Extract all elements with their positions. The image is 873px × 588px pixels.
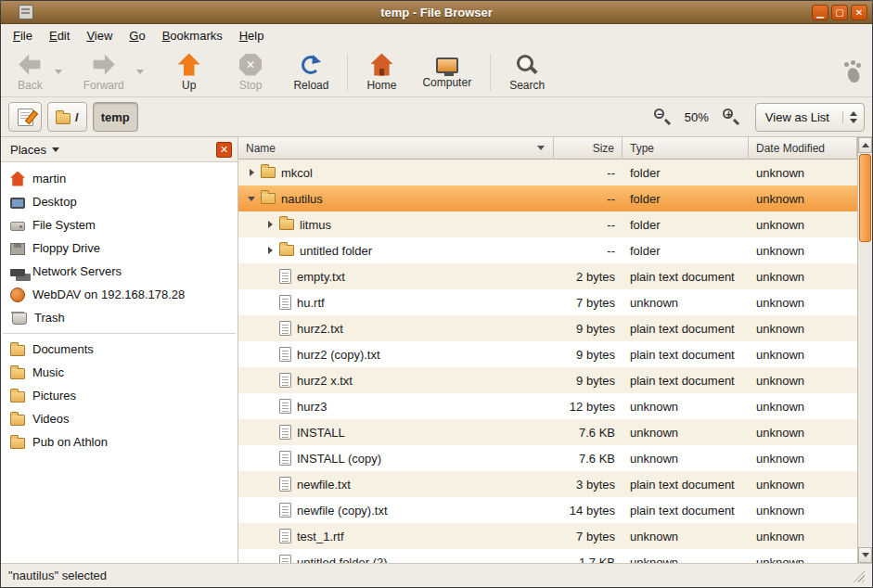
webdav-icon bbox=[10, 288, 25, 302]
file-size: -- bbox=[554, 237, 623, 263]
table-row[interactable]: test_1.rtf7 bytesunknownunknown bbox=[238, 523, 857, 549]
name-cell: newfile (copy).txt bbox=[238, 497, 554, 523]
table-row[interactable]: hurz2 x.txt9 bytesplain text documentunk… bbox=[238, 367, 857, 393]
sidebar-item-network-servers[interactable]: Network Servers bbox=[1, 260, 238, 283]
minimize-button[interactable]: ▁ bbox=[812, 5, 828, 20]
back-history-dropdown[interactable] bbox=[52, 70, 65, 74]
up-button[interactable]: Up bbox=[169, 51, 210, 94]
table-row[interactable]: nautilus--folderunknown bbox=[238, 185, 857, 211]
file-size: 2 bytes bbox=[554, 263, 623, 289]
location-bar: / temp − 50% + View as List bbox=[1, 97, 872, 137]
resize-grip[interactable] bbox=[852, 569, 865, 582]
file-type: folder bbox=[623, 160, 749, 185]
close-button[interactable]: ✕ bbox=[851, 5, 867, 20]
vertical-scrollbar[interactable] bbox=[857, 137, 872, 563]
table-row[interactable]: hurz2 (copy).txt9 bytesplain text docume… bbox=[238, 341, 857, 367]
sidebar-item-music[interactable]: Music bbox=[1, 361, 238, 384]
sidebar-item-pub-on-athlon[interactable]: Pub on Athlon bbox=[1, 430, 238, 454]
path-button-root[interactable]: / bbox=[47, 102, 87, 132]
expander-collapsed-icon[interactable] bbox=[244, 169, 259, 176]
file-type: plain text document bbox=[623, 341, 749, 367]
file-browser-window: temp - File Browser ▁ ▢ ✕ File Edit View… bbox=[0, 0, 873, 588]
table-row[interactable]: INSTALL7.6 KBunknownunknown bbox=[238, 419, 857, 445]
menu-edit[interactable]: Edit bbox=[41, 26, 78, 45]
search-button[interactable]: Search bbox=[500, 51, 554, 94]
zoom-out-button[interactable]: − bbox=[653, 108, 672, 126]
home-button[interactable]: Home bbox=[357, 51, 405, 94]
table-row[interactable]: hu.rtf7 bytesunknownunknown bbox=[238, 289, 857, 315]
file-list: mkcol--folderunknownnautilus--folderunkn… bbox=[238, 160, 857, 563]
sidebar-item-floppy-drive[interactable]: Floppy Drive bbox=[1, 236, 238, 260]
menu-bookmarks[interactable]: Bookmarks bbox=[154, 26, 231, 45]
sidebar-title-dropdown[interactable]: Places bbox=[10, 143, 59, 157]
table-row[interactable]: untitled folder--folderunknown bbox=[238, 237, 857, 263]
expander-collapsed-icon[interactable] bbox=[263, 247, 277, 254]
sidebar-item-webdav-on-192-168-178-28[interactable]: WebDAV on 192.168.178.28 bbox=[1, 283, 238, 306]
menu-go[interactable]: Go bbox=[121, 26, 153, 45]
menu-help[interactable]: Help bbox=[231, 26, 273, 45]
expander-collapsed-icon[interactable] bbox=[263, 221, 277, 228]
folder-icon bbox=[261, 193, 276, 204]
file-type: plain text document bbox=[623, 263, 749, 289]
forward-history-dropdown[interactable] bbox=[134, 70, 147, 74]
sidebar-item-pictures[interactable]: Pictures bbox=[1, 384, 238, 407]
sidebar-item-trash[interactable]: Trash bbox=[1, 306, 238, 329]
forward-label: Forward bbox=[83, 79, 124, 92]
file-name: hurz2 x.txt bbox=[297, 374, 353, 388]
menu-view[interactable]: View bbox=[78, 26, 121, 45]
name-cell: hurz3 bbox=[238, 393, 554, 419]
maximize-button[interactable]: ▢ bbox=[831, 5, 848, 20]
table-row[interactable]: untitled folder (2)1.7 KBunknownunknown bbox=[238, 549, 857, 563]
table-row[interactable]: litmus--folderunknown bbox=[238, 211, 857, 237]
titlebar[interactable]: temp - File Browser ▁ ▢ ✕ bbox=[1, 1, 872, 24]
sidebar-close-icon[interactable]: ✕ bbox=[216, 142, 232, 158]
toggle-location-entry-button[interactable] bbox=[8, 102, 42, 132]
view-mode-label: View as List bbox=[765, 110, 829, 124]
name-cell: test_1.rtf bbox=[238, 523, 554, 549]
menu-file[interactable]: File bbox=[5, 26, 41, 45]
file-type: plain text document bbox=[623, 497, 749, 523]
file-size: -- bbox=[554, 211, 623, 237]
scroll-down-icon[interactable] bbox=[858, 547, 872, 563]
table-row[interactable]: hurz2.txt9 bytesplain text documentunkno… bbox=[238, 315, 857, 341]
table-row[interactable]: mkcol--folderunknown bbox=[238, 160, 857, 185]
chevron-up-down-icon bbox=[842, 111, 857, 123]
table-row[interactable]: empty.txt2 bytesplain text documentunkno… bbox=[238, 263, 857, 289]
table-row[interactable]: newfile (copy).txt14 bytesplain text doc… bbox=[238, 497, 857, 523]
table-row[interactable]: newfile.txt3 bytesplain text documentunk… bbox=[238, 471, 857, 497]
zoom-in-button[interactable]: + bbox=[722, 108, 740, 126]
file-date-modified: unknown bbox=[749, 523, 857, 549]
column-header-name[interactable]: Name bbox=[238, 137, 554, 160]
file-type: folder bbox=[623, 237, 749, 263]
scroll-up-icon[interactable] bbox=[858, 137, 872, 153]
expander-expanded-icon[interactable] bbox=[244, 197, 259, 201]
sidebar-item-desktop[interactable]: Desktop bbox=[1, 190, 238, 213]
column-header-date-modified[interactable]: Date Modified bbox=[749, 137, 857, 160]
file-name: hurz2 (copy).txt bbox=[297, 348, 380, 362]
name-cell: hurz2 (copy).txt bbox=[238, 341, 554, 367]
stop-button[interactable]: ✕ Stop bbox=[230, 51, 272, 94]
file-icon bbox=[279, 529, 291, 543]
file-name: newfile (copy).txt bbox=[297, 504, 388, 518]
scrollbar-thumb[interactable] bbox=[859, 154, 871, 242]
sidebar-item-label: File System bbox=[32, 218, 96, 232]
network-icon bbox=[10, 269, 25, 276]
path-button-current[interactable]: temp bbox=[93, 102, 138, 132]
sidebar-item-martin[interactable]: martin bbox=[1, 167, 238, 190]
sidebar-item-file-system[interactable]: File System bbox=[1, 213, 238, 236]
reload-button[interactable]: Reload bbox=[284, 51, 338, 94]
table-row[interactable]: INSTALL (copy)7.6 KBunknownunknown bbox=[238, 445, 857, 471]
name-cell: INSTALL bbox=[238, 419, 554, 445]
computer-button[interactable]: Computer bbox=[413, 53, 481, 91]
file-icon bbox=[279, 321, 291, 336]
view-mode-select[interactable]: View as List bbox=[755, 103, 865, 132]
table-header: Name Size Type Date Modified bbox=[238, 137, 857, 160]
column-header-type[interactable]: Type bbox=[623, 137, 749, 160]
back-button[interactable]: Back bbox=[8, 51, 52, 94]
column-header-size[interactable]: Size bbox=[554, 137, 623, 160]
table-row[interactable]: hurz312 bytesunknownunknown bbox=[238, 393, 857, 419]
forward-button[interactable]: Forward bbox=[74, 51, 134, 94]
sidebar-item-documents[interactable]: Documents bbox=[1, 338, 238, 361]
statusbar: "nautilus" selected bbox=[1, 563, 872, 587]
sidebar-item-videos[interactable]: Videos bbox=[1, 407, 238, 430]
